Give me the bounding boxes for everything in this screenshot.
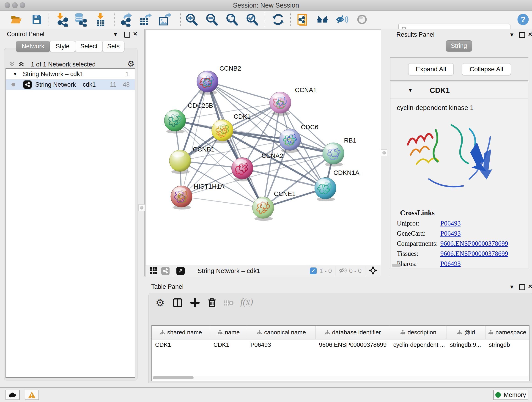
cloud-button[interactable] xyxy=(6,390,20,400)
results-panel-close-icon[interactable]: ✕ xyxy=(528,31,532,38)
collapse-all-button[interactable]: Collapse All xyxy=(462,63,511,75)
control-panel-float-icon[interactable] xyxy=(124,32,130,38)
collapse-all-chevron-icon[interactable] xyxy=(9,61,16,68)
export-table-icon[interactable] xyxy=(139,13,152,26)
fit-content-crosshair-icon[interactable] xyxy=(368,266,378,276)
entry-description: cyclin-dependent kinase 1 xyxy=(397,104,528,112)
home-icon[interactable] xyxy=(316,13,329,26)
control-panel-menu-arrow[interactable]: ▼ xyxy=(113,31,118,38)
edge-count: 48 xyxy=(123,81,130,88)
import-network-file-icon[interactable] xyxy=(56,13,68,26)
open-network-in-browser-icon[interactable] xyxy=(177,267,185,275)
results-panel-float-icon[interactable] xyxy=(519,32,525,39)
crosslink-link[interactable]: P06493 xyxy=(440,220,461,227)
crosslink-row: GeneCard:P06493 xyxy=(397,230,528,237)
table-cell[interactable]: cyclin-dependent ... xyxy=(390,341,447,348)
column-header-description[interactable]: description xyxy=(390,326,447,339)
warning-button[interactable] xyxy=(25,390,39,400)
edge-CCNE1-HIST1H1A[interactable] xyxy=(181,196,263,208)
node-HIST1H1A[interactable] xyxy=(171,186,192,210)
import-network-database-icon[interactable] xyxy=(74,13,87,26)
results-panel-menu-arrow[interactable]: ▼ xyxy=(509,32,515,38)
network-canvas[interactable]: CCNB2CCNA1CDC25BCDK1CDC6RB1CCNB1CCNA2CDK… xyxy=(146,29,381,265)
help-icon[interactable]: ? xyxy=(517,13,530,26)
zoom-selected-icon[interactable] xyxy=(246,13,259,26)
edge-CCNB2-HIST1H1A[interactable] xyxy=(181,82,208,197)
string-badge-icon[interactable] xyxy=(161,267,170,275)
node-label-CDKN1A: CDKN1A xyxy=(333,169,360,176)
import-table-file-icon[interactable] xyxy=(94,13,107,26)
expand-all-chevron-icon[interactable] xyxy=(18,61,25,68)
node-CDKN1A[interactable] xyxy=(315,177,336,201)
results-panel-title: Results Panel xyxy=(396,31,435,38)
table-cell[interactable]: stringdb:9... xyxy=(447,341,486,348)
column-header-name[interactable]: name xyxy=(210,326,247,339)
table-cell[interactable]: CDK1 xyxy=(210,341,247,348)
network-view-toolbar: String Network – cdk1 ✓ 1 - 0 0 - 0 xyxy=(146,265,381,277)
add-column-icon[interactable] xyxy=(190,298,200,308)
tab-string[interactable]: String xyxy=(446,40,472,51)
export-image-icon[interactable] xyxy=(158,13,171,26)
selected-counts: 1 - 0 xyxy=(319,268,332,274)
crosslink-link[interactable]: 9606.ENSP00000378699 xyxy=(440,250,508,257)
column-header-canonical-name[interactable]: canonical name xyxy=(247,326,316,339)
tab-sets[interactable]: Sets xyxy=(102,41,124,52)
zoom-in-icon[interactable] xyxy=(185,13,198,26)
selected-checkbox-icon[interactable]: ✓ xyxy=(310,268,317,274)
string-network-icon xyxy=(23,80,32,89)
show-all-eye-icon[interactable] xyxy=(355,13,368,26)
table-panel-close-icon[interactable]: ✕ xyxy=(528,283,532,290)
node-CCNE1[interactable] xyxy=(253,197,274,221)
open-session-icon[interactable] xyxy=(10,13,22,26)
table-row[interactable]: CDK1CDK1P064939606.ENSP00000378699cyclin… xyxy=(152,339,529,350)
hide-selected-eye-icon[interactable] xyxy=(336,13,349,26)
table-panel-float-icon[interactable] xyxy=(519,284,525,291)
network-collection-row[interactable]: ▼ String Network – cdk1 1 xyxy=(6,69,135,79)
node-CDK1[interactable] xyxy=(212,120,233,143)
table-cell[interactable]: CDK1 xyxy=(152,341,210,348)
network-options-gear-icon[interactable]: ⚙ xyxy=(127,59,134,69)
table-cell[interactable]: 9606.ENSP00000378699 xyxy=(316,341,390,348)
table-hscrollbar[interactable] xyxy=(152,376,529,380)
crosslink-link[interactable]: P06493 xyxy=(440,230,461,237)
entry-header[interactable]: ▼ CDK1 xyxy=(390,82,528,99)
table-cell[interactable]: stringdb xyxy=(486,341,529,348)
string-network-graph[interactable]: CCNB2CCNA1CDC25BCDK1CDC6RB1CCNB1CCNA2CDK… xyxy=(146,30,381,265)
node-RB1[interactable] xyxy=(323,143,344,167)
tree-expand-icon[interactable]: ▼ xyxy=(13,71,17,77)
tab-style[interactable]: Style xyxy=(50,41,75,52)
table-hscroll-thumb[interactable] xyxy=(153,376,194,379)
entry-expand-icon[interactable]: ▼ xyxy=(408,87,413,93)
edge-CCNB2-CCNA1[interactable] xyxy=(208,82,280,103)
tab-network[interactable]: Network xyxy=(16,41,50,52)
node-CCNA1[interactable] xyxy=(269,92,291,116)
expand-all-button[interactable]: Expand All xyxy=(408,63,454,75)
right-divider-handle[interactable] xyxy=(381,149,387,156)
show-columns-icon[interactable] xyxy=(173,298,182,308)
column-header-shared-name[interactable]: shared name xyxy=(152,326,210,339)
birdseye-grid-icon[interactable] xyxy=(150,267,158,275)
delete-column-trash-icon[interactable] xyxy=(207,298,216,308)
hierarchy-icon xyxy=(160,330,165,335)
open-in-browser-icon[interactable] xyxy=(297,13,309,26)
export-network-icon[interactable] xyxy=(120,13,133,26)
results-hscroll-thumb[interactable] xyxy=(392,264,401,267)
column-header-database-identifier[interactable]: database identifier xyxy=(316,326,390,339)
save-session-icon[interactable] xyxy=(30,13,43,26)
zoom-fit-icon[interactable] xyxy=(225,13,238,26)
refresh-icon[interactable] xyxy=(272,13,285,26)
node-CDC25B[interactable] xyxy=(164,110,186,134)
column-header-@id[interactable]: @id xyxy=(447,326,486,339)
left-divider-handle[interactable] xyxy=(138,204,145,211)
crosslink-link[interactable]: P06493 xyxy=(440,260,461,268)
table-panel-menu-arrow[interactable]: ▼ xyxy=(509,284,515,290)
crosslink-link[interactable]: 9606.ENSP00000378699 xyxy=(440,240,508,247)
network-row[interactable]: String Network – cdk1 11 48 xyxy=(6,79,135,90)
control-panel-close-icon[interactable]: ✕ xyxy=(133,31,138,37)
zoom-out-icon[interactable] xyxy=(205,13,218,26)
tab-select[interactable]: Select xyxy=(75,41,103,52)
memory-button[interactable]: Memory xyxy=(493,390,528,400)
table-cell[interactable]: P06493 xyxy=(247,341,316,348)
table-options-gear-icon[interactable]: ⚙ xyxy=(156,297,165,308)
column-header-namespace[interactable]: namespace xyxy=(486,326,529,339)
